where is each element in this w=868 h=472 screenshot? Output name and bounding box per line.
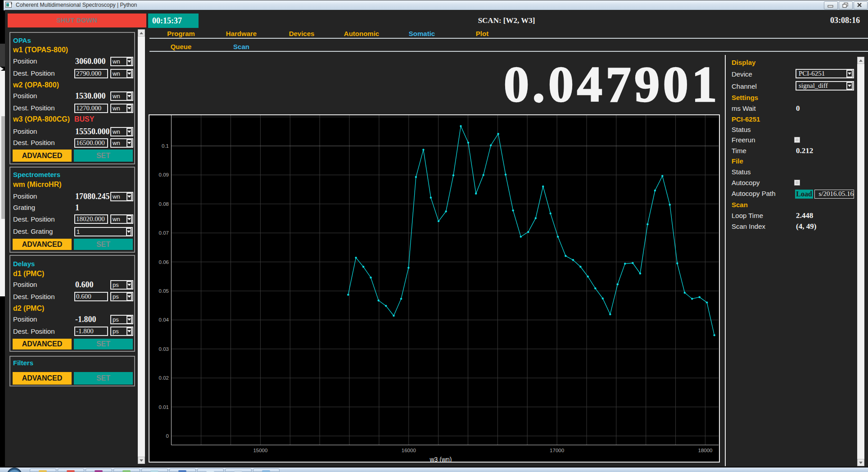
svg-text:0.08: 0.08	[159, 201, 169, 207]
svg-text:0.07: 0.07	[159, 230, 169, 236]
svg-text:0.09: 0.09	[159, 172, 169, 177]
svg-text:0.05: 0.05	[159, 288, 169, 294]
svg-text:0.02: 0.02	[159, 375, 169, 381]
svg-text:w3 (wn): w3 (wn)	[429, 456, 452, 463]
svg-text:0.01: 0.01	[159, 404, 169, 410]
svg-text:0.1: 0.1	[162, 143, 169, 149]
svg-text:0.03: 0.03	[159, 346, 169, 352]
svg-text:0.06: 0.06	[159, 259, 169, 265]
svg-text:0.04: 0.04	[159, 317, 169, 322]
svg-text:18000: 18000	[698, 448, 713, 453]
svg-text:15000: 15000	[253, 448, 267, 453]
svg-text:0: 0	[166, 433, 169, 439]
svg-text:17000: 17000	[550, 448, 564, 453]
svg-text:16000: 16000	[402, 448, 416, 453]
